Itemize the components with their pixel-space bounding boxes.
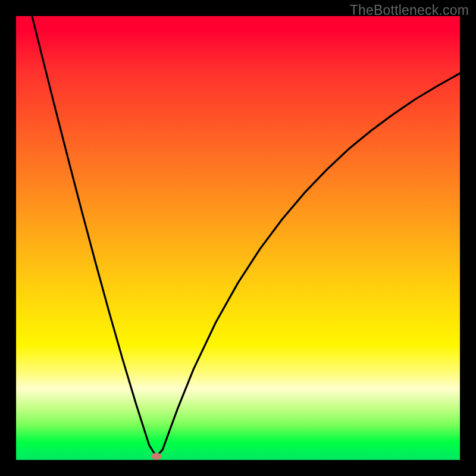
chart-frame: TheBottleneck.com [0,0,476,476]
optimum-marker [152,453,162,460]
watermark-text: TheBottleneck.com [350,2,469,18]
bottleneck-curve [16,16,460,460]
